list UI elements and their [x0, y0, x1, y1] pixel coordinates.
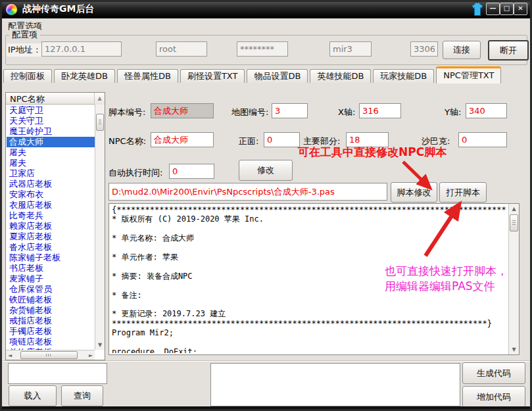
- open-script-button[interactable]: 打开脚本: [439, 182, 487, 203]
- npc-list: NPC名称 ▲ 天庭守卫天关守卫魔王岭护卫合成大师屠夫屠夫卫家店武器店老板安家布…: [5, 92, 105, 360]
- app-window: 战神传奇GM后台 — □ ✕ 配置选项 配置项 IP地址： 连接 断开 控制面板…: [0, 0, 532, 411]
- npc-name-field[interactable]: [151, 132, 214, 147]
- auto-time-label: 自动执行时间:: [109, 167, 162, 179]
- npc-list-vscrollbar[interactable]: ▼: [95, 105, 105, 350]
- title-bar: 战神传奇GM后台 — □ ✕: [0, 0, 532, 18]
- minimize-button[interactable]: —: [486, 3, 500, 15]
- shirt-item-icon: [470, 1, 485, 17]
- front-label: 正面:: [239, 135, 258, 147]
- script-vscroll-thumb[interactable]: [510, 214, 518, 231]
- list-item[interactable]: 安家布衣: [7, 189, 95, 200]
- list-item[interactable]: 武器店老板: [7, 179, 95, 189]
- list-item[interactable]: 项链店老板: [7, 337, 95, 347]
- list-item[interactable]: 杂货铺老板: [7, 305, 95, 316]
- list-item[interactable]: 铁匠铺老板: [7, 295, 95, 305]
- code-output-box[interactable]: [210, 363, 460, 406]
- modify-button[interactable]: 修改: [239, 160, 293, 181]
- script-modify-button[interactable]: 脚本修改: [391, 182, 437, 203]
- generate-code-button[interactable]: 生成代码: [462, 362, 525, 384]
- tab-刷怪设置TXT[interactable]: 刷怪设置TXT: [180, 69, 245, 83]
- npc-name-label: NPC名称:: [109, 135, 146, 147]
- password-field[interactable]: [237, 41, 288, 57]
- scroll-down-icon[interactable]: ▼: [95, 342, 105, 348]
- script-no-field[interactable]: [151, 103, 214, 118]
- tab-玩家技能DB[interactable]: 玩家技能DB: [373, 69, 434, 83]
- port-field[interactable]: [410, 41, 438, 57]
- add-code-button[interactable]: 增加代码: [462, 386, 525, 408]
- annotation-note-red: 可在工具中直接修改NPC脚本: [298, 145, 447, 160]
- tab-英雄技能DB[interactable]: 英雄技能DB: [310, 69, 371, 83]
- list-item[interactable]: 沓水店老板: [7, 242, 95, 253]
- close-button[interactable]: ✕: [514, 3, 527, 15]
- y-axis-field[interactable]: [466, 103, 507, 118]
- list-item[interactable]: 陈家铺子老板: [7, 253, 95, 263]
- username-field[interactable]: [156, 41, 207, 57]
- ip-label: IP地址：: [7, 43, 43, 57]
- tab-卧龙英雄DB[interactable]: 卧龙英雄DB: [54, 69, 115, 83]
- list-item[interactable]: 仓库保管员: [7, 284, 95, 295]
- scroll-down-icon[interactable]: ▼: [509, 347, 519, 352]
- map-no-field[interactable]: [272, 103, 308, 118]
- disconnect-button[interactable]: 断开: [488, 40, 529, 60]
- list-item[interactable]: 天庭守卫: [7, 105, 95, 116]
- x-axis-label: X轴:: [338, 107, 355, 118]
- load-button[interactable]: 载入: [9, 385, 57, 406]
- sort-asc-icon[interactable]: ▲: [94, 93, 105, 105]
- script-vscrollbar[interactable]: ▲ ▼: [508, 204, 519, 354]
- database-field[interactable]: [329, 41, 372, 57]
- shabak-field[interactable]: [458, 132, 507, 147]
- script-path-field[interactable]: [109, 183, 387, 201]
- config-group-label: 配置项: [9, 29, 40, 41]
- list-item[interactable]: 天关守卫: [7, 116, 95, 126]
- list-item[interactable]: 屠夫: [7, 158, 95, 168]
- list-item[interactable]: 比奇老兵: [7, 210, 95, 221]
- hscroll-thumb[interactable]: [20, 351, 78, 359]
- tab-NPC管理TXT[interactable]: NPC管理TXT: [436, 66, 501, 84]
- annotation-note-pink: 也可直接快速打开脚本， 用编辑器编辑PAS文件: [385, 264, 508, 294]
- tab-strip: 控制面板卧龙英雄DB怪兽属性DB刷怪设置TXT物品设置DB英雄技能DB玩家技能D…: [3, 67, 503, 83]
- list-item[interactable]: 衣服店老板: [7, 200, 95, 210]
- list-item[interactable]: 手镯店老板: [7, 326, 95, 337]
- scroll-left-icon[interactable]: ◄: [7, 352, 12, 358]
- list-item[interactable]: 合成大师: [7, 137, 95, 147]
- script-no-label: 脚本编号:: [109, 107, 145, 118]
- app-icon: [6, 4, 17, 15]
- y-axis-label: Y轴:: [445, 107, 461, 118]
- maximize-button[interactable]: □: [500, 3, 514, 15]
- query-button[interactable]: 查询: [61, 385, 103, 406]
- list-item[interactable]: 赖家店老板: [7, 221, 95, 231]
- front-field[interactable]: [264, 132, 300, 147]
- list-item[interactable]: 夏家店老板: [7, 231, 95, 242]
- tab-物品设置DB[interactable]: 物品设置DB: [247, 69, 308, 83]
- x-axis-field[interactable]: [359, 103, 401, 118]
- list-item[interactable]: 卫家店: [7, 168, 95, 179]
- npc-list-header[interactable]: NPC名称: [6, 93, 95, 105]
- ip-address-field[interactable]: [41, 41, 122, 57]
- code-name-box[interactable]: [8, 363, 107, 384]
- bottom-separator: [3, 360, 529, 361]
- connect-button[interactable]: 连接: [443, 41, 481, 59]
- list-item[interactable]: 戒指店老板: [7, 316, 95, 326]
- tab-怪兽属性DB[interactable]: 怪兽属性DB: [117, 69, 178, 83]
- scroll-right-icon[interactable]: ►: [88, 352, 93, 358]
- scroll-up-icon[interactable]: ▲: [509, 206, 519, 212]
- auto-time-field[interactable]: [169, 164, 214, 179]
- window-title: 战神传奇GM后台: [22, 3, 94, 15]
- tab-控制面板[interactable]: 控制面板: [3, 69, 52, 83]
- npc-list-hscrollbar[interactable]: ◄ ►: [6, 350, 95, 360]
- list-item[interactable]: 麦家铺子: [7, 274, 95, 284]
- list-item[interactable]: 魔王岭护卫: [7, 126, 95, 137]
- map-no-label: 地图编号:: [231, 107, 268, 118]
- vscroll-thumb[interactable]: [96, 114, 104, 131]
- list-item[interactable]: 屠夫: [7, 147, 95, 158]
- list-item[interactable]: 书店老板: [7, 263, 95, 274]
